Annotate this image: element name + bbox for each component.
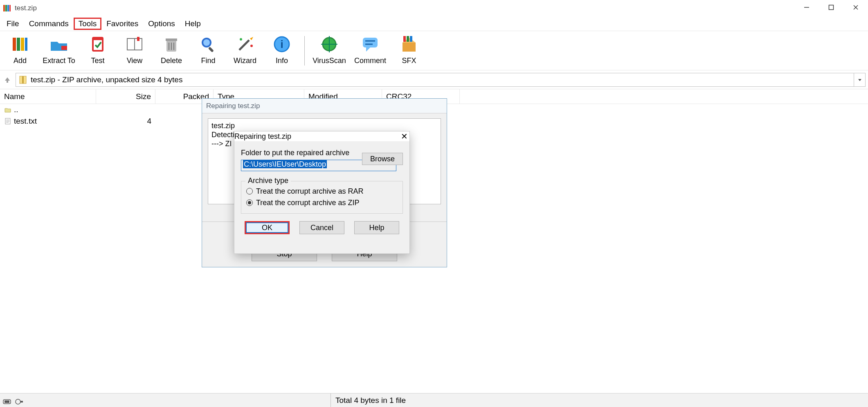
toolbar-sfx[interactable]: SFX bbox=[391, 34, 427, 70]
menu-commands[interactable]: Commands bbox=[24, 18, 74, 30]
repair-progress-title[interactable]: Repairing test.zip bbox=[202, 99, 447, 113]
toolbar: Add Extract To Test View Delete Find Wiz… bbox=[0, 31, 868, 70]
status-text: Total 4 bytes in 1 file bbox=[335, 396, 406, 405]
svg-rect-12 bbox=[61, 46, 67, 50]
window-controls bbox=[794, 0, 868, 15]
browse-button[interactable]: Browse bbox=[362, 153, 403, 165]
svg-rect-3 bbox=[9, 5, 11, 11]
svg-rect-17 bbox=[137, 37, 139, 41]
toolbar-delete-label: Delete bbox=[161, 57, 182, 65]
list-row-size: 4 bbox=[96, 117, 155, 126]
address-field[interactable]: test.zip - ZIP archive, unpacked size 4 … bbox=[16, 73, 854, 87]
radio-rar-label: Treat the corrupt archive as RAR bbox=[256, 187, 363, 196]
status-divider bbox=[331, 393, 331, 407]
svg-rect-8 bbox=[13, 38, 16, 51]
toolbar-virusscan[interactable]: VirusScan bbox=[309, 34, 350, 70]
menu-favorites[interactable]: Favorites bbox=[101, 18, 143, 30]
list-row-name: test.txt bbox=[14, 117, 37, 126]
toolbar-sfx-label: SFX bbox=[402, 57, 416, 65]
svg-rect-5 bbox=[829, 5, 834, 10]
up-button[interactable] bbox=[2, 75, 12, 85]
close-icon[interactable]: ✕ bbox=[399, 131, 409, 141]
toolbar-view[interactable]: View bbox=[116, 34, 153, 70]
repair-options-titlebar[interactable]: Repairing test.zip ✕ bbox=[234, 131, 409, 141]
svg-rect-54 bbox=[20, 401, 23, 402]
sfx-icon bbox=[399, 34, 419, 54]
winrar-icon bbox=[2, 4, 11, 13]
radio-rar[interactable]: Treat the corrupt archive as RAR bbox=[246, 185, 398, 197]
svg-point-28 bbox=[240, 38, 242, 41]
toolbar-wizard[interactable]: Wizard bbox=[227, 34, 263, 70]
wizard-icon bbox=[235, 34, 255, 54]
toolbar-test-label: Test bbox=[91, 57, 104, 65]
minimize-button[interactable] bbox=[794, 0, 819, 15]
add-archive-icon bbox=[10, 34, 30, 54]
close-button[interactable] bbox=[843, 0, 868, 15]
svg-rect-46 bbox=[22, 76, 24, 84]
view-icon bbox=[125, 34, 144, 54]
svg-rect-0 bbox=[3, 5, 5, 11]
svg-text:i: i bbox=[280, 38, 283, 50]
toolbar-add[interactable]: Add bbox=[2, 34, 38, 70]
toolbar-add-label: Add bbox=[13, 57, 27, 65]
svg-point-53 bbox=[16, 399, 20, 404]
address-bar: test.zip - ZIP archive, unpacked size 4 … bbox=[0, 70, 868, 89]
test-icon bbox=[88, 34, 108, 54]
ok-button-highlight: OK bbox=[245, 221, 290, 234]
col-name[interactable]: Name bbox=[0, 89, 96, 104]
toolbar-find[interactable]: Find bbox=[190, 34, 227, 70]
svg-rect-43 bbox=[407, 36, 409, 42]
window-title: test.zip bbox=[15, 4, 37, 12]
toolbar-comment[interactable]: Comment bbox=[350, 34, 391, 70]
find-icon bbox=[198, 34, 218, 54]
svg-rect-25 bbox=[208, 47, 214, 52]
archive-type-group: Archive type Treat the corrupt archive a… bbox=[241, 181, 403, 214]
toolbar-extract[interactable]: Extract To bbox=[38, 34, 79, 70]
cancel-button[interactable]: Cancel bbox=[299, 221, 344, 234]
comment-icon bbox=[360, 34, 380, 54]
svg-rect-10 bbox=[21, 38, 24, 51]
ok-button[interactable]: OK bbox=[246, 222, 288, 233]
menu-help[interactable]: Help bbox=[180, 18, 206, 30]
svg-rect-40 bbox=[403, 43, 416, 52]
toolbar-extract-label: Extract To bbox=[43, 57, 75, 65]
repair-options-title: Repairing test.zip bbox=[234, 132, 291, 141]
toolbar-info-label: Info bbox=[276, 57, 288, 65]
col-size[interactable]: Size bbox=[96, 89, 155, 104]
address-text: test.zip - ZIP archive, unpacked size 4 … bbox=[31, 75, 182, 84]
status-icons bbox=[2, 397, 25, 405]
toolbar-delete[interactable]: Delete bbox=[153, 34, 190, 70]
toolbar-wizard-label: Wizard bbox=[234, 57, 256, 65]
svg-rect-44 bbox=[410, 36, 412, 42]
menu-bar: File Commands Tools Favorites Options He… bbox=[0, 16, 868, 31]
extract-icon bbox=[49, 34, 69, 54]
help-button[interactable]: Help bbox=[354, 221, 399, 234]
radio-zip-label: Treat the corrupt archive as ZIP bbox=[256, 199, 359, 207]
svg-rect-14 bbox=[94, 40, 102, 50]
address-dropdown-button[interactable] bbox=[854, 73, 866, 87]
svg-rect-2 bbox=[7, 5, 9, 11]
folder-up-icon bbox=[4, 106, 11, 113]
folder-path-value: C:\Users\IEUser\Desktop bbox=[243, 160, 327, 168]
menu-tools[interactable]: Tools bbox=[74, 18, 101, 30]
toolbar-view-label: View bbox=[127, 57, 143, 65]
status-bar: Total 4 bytes in 1 file bbox=[0, 393, 868, 407]
toolbar-separator bbox=[304, 36, 305, 66]
toolbar-info[interactable]: i Info bbox=[263, 34, 300, 70]
svg-rect-36 bbox=[363, 38, 378, 47]
toolbar-test[interactable]: Test bbox=[79, 34, 116, 70]
menu-file[interactable]: File bbox=[2, 18, 24, 30]
virusscan-icon bbox=[319, 34, 339, 54]
maximize-button[interactable] bbox=[819, 0, 843, 15]
title-bar: test.zip bbox=[0, 0, 868, 16]
repair-options-dialog: Repairing test.zip ✕ Browse Folder to pu… bbox=[234, 131, 410, 254]
radio-icon bbox=[246, 188, 253, 194]
list-row-name: .. bbox=[14, 105, 18, 114]
toolbar-comment-label: Comment bbox=[354, 57, 386, 65]
info-icon: i bbox=[272, 34, 292, 54]
radio-zip[interactable]: Treat the corrupt archive as ZIP bbox=[246, 197, 398, 208]
zip-icon bbox=[18, 75, 27, 84]
text-file-icon bbox=[4, 118, 11, 125]
toolbar-virusscan-label: VirusScan bbox=[313, 57, 346, 65]
menu-options[interactable]: Options bbox=[143, 18, 180, 30]
